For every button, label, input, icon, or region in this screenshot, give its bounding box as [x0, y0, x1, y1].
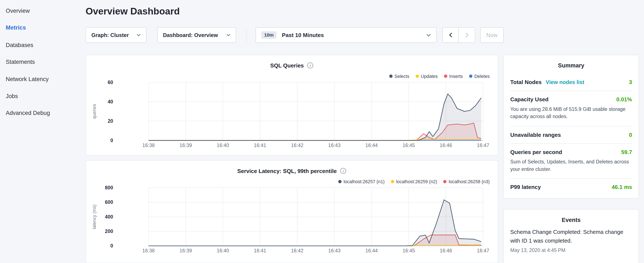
summary-value: 59.7	[621, 149, 632, 155]
svg-text:16:42: 16:42	[291, 248, 304, 253]
legend-dot	[389, 75, 392, 78]
legend-item[interactable]: Selects	[389, 74, 409, 79]
svg-text:16:45: 16:45	[402, 143, 415, 148]
svg-text:16:45: 16:45	[402, 248, 415, 253]
legend-item[interactable]: localhost:26258 (n3)	[443, 179, 490, 184]
svg-text:queries: queries	[92, 104, 97, 119]
chevron-down-icon	[226, 34, 230, 36]
svg-text:16:44: 16:44	[366, 248, 378, 253]
legend-item[interactable]: localhost:26257 (n1)	[338, 179, 384, 184]
svg-text:16:46: 16:46	[440, 248, 452, 253]
legend-label: localhost:26257 (n1)	[344, 179, 384, 184]
svg-text:16:43: 16:43	[328, 248, 340, 253]
sidebar: Overview Metrics Databases Statements Ne…	[0, 0, 80, 122]
chart-card-sql-queries: SQL Queries i Selects Updates Inserts De…	[86, 55, 498, 156]
app-root: Overview Metrics Databases Statements Ne…	[0, 0, 644, 263]
svg-text:16:39: 16:39	[180, 143, 192, 148]
legend-item[interactable]: Inserts	[444, 74, 463, 79]
summary-value: 0.01%	[616, 96, 632, 103]
legend-item[interactable]: localhost:26259 (n2)	[391, 179, 437, 184]
chevron-down-icon	[426, 34, 431, 37]
next-interval-button[interactable]	[459, 27, 475, 43]
event-time: May 13, 2020 at 4:45 PM	[510, 247, 632, 253]
summary-desc: Sum of Selects, Updates, Inserts, and De…	[510, 158, 632, 173]
svg-text:16:40: 16:40	[217, 143, 229, 148]
chart-title: Service Latency: SQL, 99th percentile	[237, 168, 337, 174]
summary-label: Queries per second	[510, 149, 562, 155]
summary-value: 0	[629, 132, 632, 138]
svg-text:600: 600	[105, 200, 113, 205]
toolbar-divider	[246, 27, 246, 43]
events-title: Events	[510, 210, 632, 228]
summary-desc: You are using 28.6 MiB of 515.9 GiB usab…	[510, 105, 632, 120]
summary-label: Unavailable ranges	[510, 132, 561, 138]
svg-text:16:43: 16:43	[328, 143, 340, 148]
svg-text:16:38: 16:38	[142, 248, 155, 253]
time-range-label: Past 10 Minutes	[282, 32, 324, 38]
summary-value: 3	[629, 79, 632, 85]
svg-text:16:42: 16:42	[291, 143, 304, 148]
sidebar-item-overview[interactable]: Overview	[0, 3, 80, 20]
now-button[interactable]: Now	[480, 27, 504, 43]
legend-dot	[416, 75, 419, 78]
event-text: Schema Change Completed: Schema change w…	[510, 228, 632, 245]
legend-label: Selects	[394, 74, 409, 79]
svg-text:60: 60	[108, 80, 113, 85]
summary-label: P99 latency	[510, 184, 541, 190]
summary-row-total-nodes: Total Nodes View nodes list 3	[510, 74, 632, 90]
prev-interval-button[interactable]	[442, 27, 459, 43]
summary-card: Summary Total Nodes View nodes list 3 Ca…	[503, 55, 639, 198]
summary-value: 46.1 ms	[612, 184, 632, 190]
legend-item[interactable]: Deletes	[469, 74, 490, 79]
chart-title: SQL Queries	[270, 62, 304, 69]
svg-text:800: 800	[105, 185, 113, 190]
svg-text:16:41: 16:41	[254, 143, 266, 148]
view-nodes-link[interactable]: View nodes list	[546, 79, 584, 85]
svg-text:0: 0	[110, 243, 113, 248]
legend-dot	[469, 75, 472, 78]
time-range-picker[interactable]: 10m Past 10 Minutes	[256, 27, 437, 43]
sidebar-item-network-latency[interactable]: Network Latency	[0, 71, 80, 88]
time-pager	[442, 27, 476, 43]
event-item[interactable]: Schema Change Completed: Schema change w…	[510, 228, 632, 253]
svg-text:16:46: 16:46	[440, 143, 452, 148]
legend-dot	[444, 75, 447, 78]
time-badge: 10m	[261, 31, 276, 39]
summary-row-qps: Queries per second 59.7 Sum of Selects, …	[510, 143, 632, 178]
summary-label: Total Nodes	[510, 79, 542, 85]
sidebar-item-databases[interactable]: Databases	[0, 37, 80, 54]
dashboard-select-label: Dashboard: Overview	[163, 32, 218, 38]
dashboard-select[interactable]: Dashboard: Overview	[157, 27, 236, 43]
sql-queries-plot[interactable]: 16:3816:3916:4016:4116:4216:4316:4416:45…	[86, 79, 498, 150]
svg-text:16:39: 16:39	[180, 248, 192, 253]
svg-text:latency (ms): latency (ms)	[92, 204, 97, 229]
graph-select[interactable]: Graph: Cluster	[86, 27, 146, 43]
sidebar-item-advanced-debug[interactable]: Advanced Debug	[0, 105, 80, 122]
svg-text:16:40: 16:40	[217, 248, 229, 253]
chevron-down-icon	[137, 34, 141, 36]
graph-select-label: Graph: Cluster	[92, 32, 129, 38]
summary-row-capacity: Capacity Used 0.01% You are using 28.6 M…	[510, 91, 632, 126]
service-latency-plot[interactable]: 16:3816:3916:4016:4116:4216:4316:4416:45…	[86, 184, 498, 255]
svg-text:16:47: 16:47	[477, 248, 489, 253]
chart-card-service-latency: Service Latency: SQL, 99th percentile i …	[86, 160, 498, 263]
sidebar-item-metrics[interactable]: Metrics	[0, 20, 80, 37]
sidebar-item-statements[interactable]: Statements	[0, 54, 80, 71]
svg-text:400: 400	[105, 214, 113, 220]
summary-label: Capacity Used	[510, 96, 548, 103]
legend-dot	[443, 180, 446, 183]
legend-item[interactable]: Updates	[416, 74, 438, 79]
svg-text:16:38: 16:38	[142, 143, 155, 148]
events-card: Events Schema Change Completed: Schema c…	[503, 209, 639, 263]
page-title: Overview Dashboard	[86, 6, 180, 17]
svg-text:i: i	[343, 169, 344, 173]
chart-legend: Selects Updates Inserts Deletes	[389, 74, 490, 79]
info-icon[interactable]: i	[307, 62, 314, 69]
sidebar-item-jobs[interactable]: Jobs	[0, 88, 80, 105]
summary-row-p99: P99 latency 46.1 ms	[510, 178, 632, 195]
svg-text:16:41: 16:41	[254, 248, 266, 253]
toolbar: Graph: Cluster Dashboard: Overview 10m P…	[86, 27, 538, 43]
info-icon[interactable]: i	[340, 168, 346, 174]
legend-dot	[391, 180, 394, 183]
summary-title: Summary	[510, 55, 632, 74]
